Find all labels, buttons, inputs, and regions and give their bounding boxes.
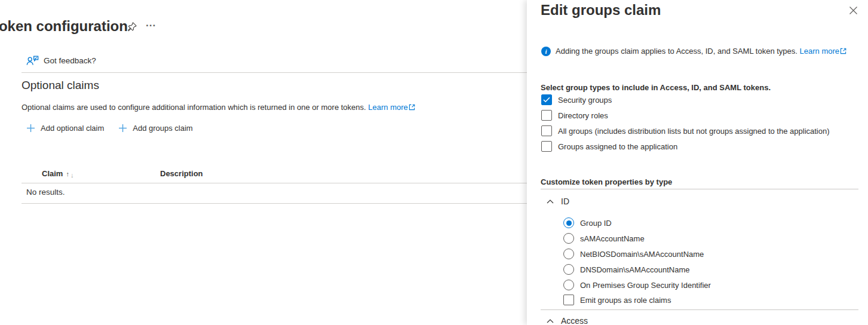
optional-claims-description: Optional claims are used to configure ad…: [22, 103, 415, 112]
external-link-icon: [409, 104, 415, 111]
group-types-label: Select group types to include in Access,…: [541, 83, 771, 92]
claim-actions: Add optional claim Add groups claim: [26, 124, 193, 133]
radio-selected-icon: [563, 217, 574, 228]
radio-label: NetBIOSDomain\sAMAccountName: [580, 250, 704, 259]
checkbox-directory-roles[interactable]: Directory roles: [541, 110, 608, 121]
column-label: Claim: [42, 169, 63, 178]
checkbox-security-groups[interactable]: Security groups: [541, 94, 612, 105]
radio-label: sAMAccountName: [580, 234, 645, 243]
sort-asc-icon: ↑: [66, 170, 69, 177]
checkbox-label: Security groups: [558, 96, 612, 105]
checkbox-checked-icon: [541, 94, 552, 105]
checkbox-label: All groups (includes distribution lists …: [558, 127, 830, 136]
panel-title: Edit groups claim: [541, 2, 661, 19]
checkbox-label: Emit groups as role claims: [580, 296, 671, 305]
checkbox-label: Directory roles: [558, 111, 608, 120]
checkbox-emit-groups-as-role-claims[interactable]: Emit groups as role claims: [563, 295, 671, 305]
radio-icon: [563, 264, 574, 275]
external-link-icon: [840, 48, 846, 54]
feedback-icon: [26, 56, 39, 66]
more-options-icon[interactable]: ...: [146, 18, 156, 28]
got-feedback-button[interactable]: Got feedback?: [26, 56, 96, 66]
optional-claims-heading: Optional claims: [22, 79, 99, 92]
section-label: Access: [561, 316, 588, 325]
page-title: Token configuration: [0, 18, 128, 35]
token-configuration-page: Token configuration ... Got feedback? Op…: [0, 0, 527, 325]
table-row-divider: [22, 203, 527, 204]
radio-label: On Premises Group Security Identifier: [580, 281, 711, 290]
sort-desc-icon: ↓: [70, 171, 74, 179]
info-icon: i: [541, 47, 551, 56]
divider: [541, 309, 858, 310]
radio-icon: [563, 249, 574, 259]
radio-group-id[interactable]: Group ID: [563, 217, 612, 228]
button-label: Add groups claim: [133, 124, 192, 133]
divider: [541, 189, 858, 189]
checkbox-label: Groups assigned to the application: [558, 142, 677, 151]
token-configuration-screen: Token configuration ... Got feedback? Op…: [0, 0, 868, 325]
divider: [22, 72, 527, 73]
add-groups-claim-button[interactable]: Add groups claim: [118, 124, 192, 133]
section-toggle-access[interactable]: Access: [547, 316, 588, 325]
checkbox-unchecked-icon: [563, 295, 574, 305]
radio-label: DNSDomain\sAMAccountName: [580, 265, 690, 274]
section-toggle-id[interactable]: ID: [547, 197, 569, 206]
got-feedback-label: Got feedback?: [44, 56, 96, 65]
radio-samaccountname[interactable]: sAMAccountName: [563, 233, 645, 244]
column-header-description: Description: [160, 169, 203, 178]
add-optional-claim-button[interactable]: Add optional claim: [26, 124, 104, 133]
empty-table-message: No results.: [26, 188, 65, 197]
checkbox-unchecked-icon: [541, 110, 552, 121]
button-label: Add optional claim: [41, 124, 104, 133]
checkbox-all-groups[interactable]: All groups (includes distribution lists …: [541, 125, 830, 136]
close-icon[interactable]: [849, 6, 858, 16]
info-banner: i Adding the groups claim applies to Acc…: [541, 47, 846, 56]
radio-netbios-samaccountname[interactable]: NetBIOSDomain\sAMAccountName: [563, 249, 704, 259]
learn-more-link[interactable]: Learn more: [368, 103, 407, 112]
radio-label: Group ID: [580, 219, 612, 228]
section-label: ID: [561, 197, 569, 206]
radio-icon: [563, 280, 574, 290]
chevron-up-icon: [547, 200, 554, 204]
pin-icon[interactable]: [127, 22, 137, 32]
radio-on-premises-group-sid[interactable]: On Premises Group Security Identifier: [563, 280, 711, 290]
radio-icon: [563, 233, 574, 244]
column-header-claim[interactable]: Claim ↑ ↓: [42, 169, 73, 178]
radio-dnsdomain-samaccountname[interactable]: DNSDomain\sAMAccountName: [563, 264, 690, 275]
info-text: Adding the groups claim applies to Acces…: [556, 47, 846, 56]
checkbox-unchecked-icon: [541, 141, 552, 152]
plus-icon: [118, 124, 127, 133]
table-header-divider: [22, 183, 527, 183]
checkbox-unchecked-icon: [541, 125, 552, 136]
plus-icon: [26, 124, 35, 133]
checkbox-groups-assigned[interactable]: Groups assigned to the application: [541, 141, 677, 152]
customize-label: Customize token properties by type: [541, 177, 672, 186]
edit-groups-claim-panel: Edit groups claim i Adding the groups cl…: [527, 0, 868, 325]
chevron-up-icon: [547, 319, 554, 323]
learn-more-link[interactable]: Learn more: [800, 47, 839, 56]
